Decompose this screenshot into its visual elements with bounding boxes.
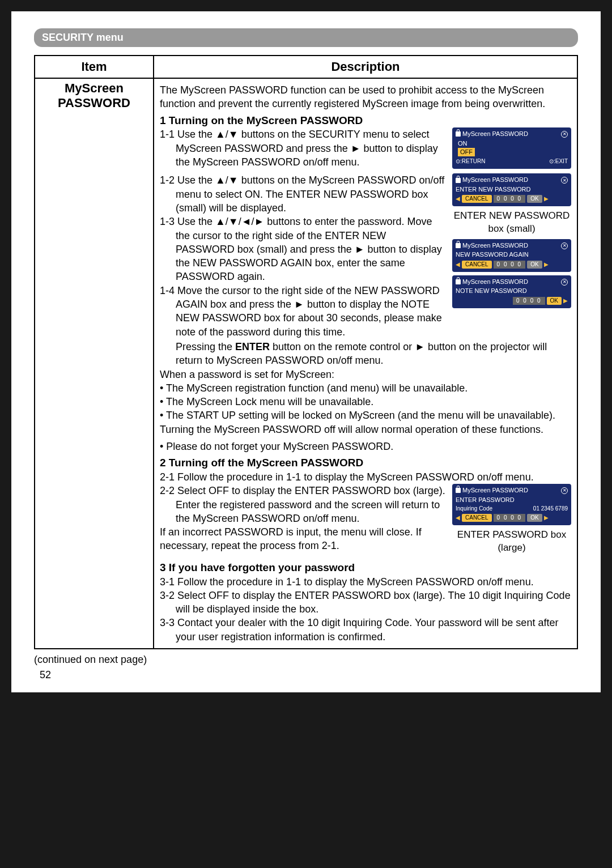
osd-note-new-label: NOTE NEW PASSWORD	[456, 287, 568, 295]
heading-2: 2 Turning off the MyScreen PASSWORD	[160, 456, 571, 470]
osd-enter-password: MyScreen PASSWORD ✕ ENTER PASSWORD Inqui…	[452, 484, 571, 525]
step-1-end: Pressing the ENTER button on the remote …	[160, 340, 571, 368]
close-icon: ✕	[561, 242, 568, 249]
osd-digits: 0 0 0 0	[494, 195, 526, 203]
lock-icon	[456, 279, 461, 284]
item-name-cell: MyScreen PASSWORD	[35, 78, 154, 649]
right-arrow-icon: ▶	[544, 261, 549, 269]
section-header: SECURITY menu	[34, 28, 578, 47]
step-1-2: 1-2 Use the ▲/▼ buttons on the MyScreen …	[160, 173, 447, 215]
content-table: Item Description MyScreen PASSWORD The M…	[34, 55, 578, 649]
lock-icon	[456, 178, 461, 183]
lock-icon	[456, 488, 461, 493]
close-icon: ✕	[561, 131, 568, 138]
left-arrow-icon: ◀	[456, 514, 460, 522]
description-cell: The MyScreen PASSWORD function can be us…	[154, 78, 577, 649]
close-icon: ✕	[561, 279, 568, 286]
left-arrow-icon: ◀	[456, 195, 460, 203]
bullet-3: • The START UP setting will be locked on…	[160, 409, 571, 422]
osd-enter-new-label: ENTER NEW PASSWORD	[456, 185, 568, 194]
right-arrow-icon: ▶	[544, 514, 549, 522]
osd-title: MyScreen PASSWORD	[462, 486, 528, 495]
step-2-2: 2-2 Select OFF to display the ENTER PASS…	[160, 484, 447, 525]
heading-1: 1 Turning on the MyScreen PASSWORD	[160, 113, 571, 128]
osd-new-again: MyScreen PASSWORD ✕ NEW PASSWORD AGAIN ◀…	[452, 239, 571, 272]
step-3-1: 3-1 Follow the procedure in 1-1 to displ…	[160, 575, 571, 589]
osd-inquiring-code-value: 01 2345 6789	[533, 505, 568, 513]
osd-exit: ⊙:EXIT	[549, 158, 568, 165]
osd-title: MyScreen PASSWORD	[462, 241, 528, 250]
osd-title: MyScreen PASSWORD	[462, 278, 528, 286]
osd-enter-new: MyScreen PASSWORD ✕ ENTER NEW PASSWORD ◀…	[452, 173, 571, 206]
left-arrow-icon: ◀	[456, 261, 460, 269]
osd-enter-pw-label: ENTER PASSWORD	[456, 496, 568, 504]
osd-on: ON	[458, 139, 568, 148]
step-3-2: 3-2 Select OFF to display the ENTER PASS…	[160, 589, 571, 616]
osd-ok: OK	[547, 297, 562, 305]
osd-inquiring-code-label: Inquiring Code	[456, 505, 492, 513]
step-1-3: 1-3 Use the ▲/▼/◄/► buttons to enter the…	[160, 215, 447, 283]
close-icon: ✕	[561, 177, 568, 184]
osd-cancel: CANCEL	[462, 514, 492, 522]
note-forget: • Please do not forget your MyScreen PAS…	[160, 440, 571, 453]
osd-title: MyScreen PASSWORD	[462, 130, 528, 138]
osd-onoff-panel: MyScreen PASSWORD ✕ ON OFF ⊙:RETURN ⊙:EX…	[452, 127, 571, 169]
step-2-1: 2-1 Follow the procedure in 1-1 to displ…	[160, 470, 571, 484]
when-set-intro: When a password is set for MyScreen:	[160, 368, 571, 381]
col-header-item: Item	[35, 56, 154, 78]
page-number: 52	[40, 669, 578, 681]
right-arrow-icon: ▶	[544, 195, 549, 203]
document-page: SECURITY menu Item Description MyScreen …	[11, 11, 601, 692]
osd-title: MyScreen PASSWORD	[462, 176, 528, 184]
step-1-1: 1-1 Use the ▲/▼ buttons on the SECURITY …	[160, 127, 447, 172]
osd-return: ⊙:RETURN	[456, 158, 485, 165]
osd-ok: OK	[527, 261, 542, 269]
osd-digits: 0 0 0 0	[513, 297, 545, 305]
osd-digits: 0 0 0 0	[494, 261, 526, 269]
intro-text: The MyScreen PASSWORD function can be us…	[160, 83, 571, 111]
lock-icon	[456, 131, 461, 137]
item-name: MyScreen PASSWORD	[58, 81, 130, 110]
osd-note-new: MyScreen PASSWORD ✕ NOTE NEW PASSWORD 0 …	[452, 275, 571, 308]
step-3-3: 3-3 Contact your dealer with the 10 digi…	[160, 616, 571, 644]
step-2-end: If an incorrect PASSWORD is input, the m…	[160, 525, 447, 553]
osd-new-again-label: NEW PASSWORD AGAIN	[456, 250, 568, 259]
osd-cancel: CANCEL	[462, 195, 492, 203]
col-header-description: Description	[154, 56, 577, 78]
osd-digits: 0 0 0 0	[494, 514, 526, 522]
close-icon: ✕	[561, 487, 568, 494]
osd-ok: OK	[527, 514, 542, 522]
step-1-4: 1-4 Move the cursor to the right side of…	[160, 284, 447, 339]
lock-icon	[456, 243, 461, 248]
right-arrow-icon: ▶	[563, 297, 568, 305]
osd-ok: OK	[527, 195, 542, 203]
bullet-1: • The MyScreen registration function (an…	[160, 381, 571, 395]
caption-enter-pw: ENTER PASSWORD box (large)	[452, 529, 571, 555]
heading-3: 3 If you have forgotten your password	[160, 560, 571, 575]
osd-cancel: CANCEL	[462, 261, 492, 269]
when-off: Turning the MyScreen PASSWORD off will a…	[160, 423, 571, 436]
osd-off: OFF	[458, 148, 475, 156]
caption-enter-new: ENTER NEW PASSWORD box (small)	[452, 210, 571, 236]
bullet-2: • The MyScreen Lock menu will be unavail…	[160, 395, 571, 409]
continued-note: (continued on next page)	[34, 654, 578, 666]
